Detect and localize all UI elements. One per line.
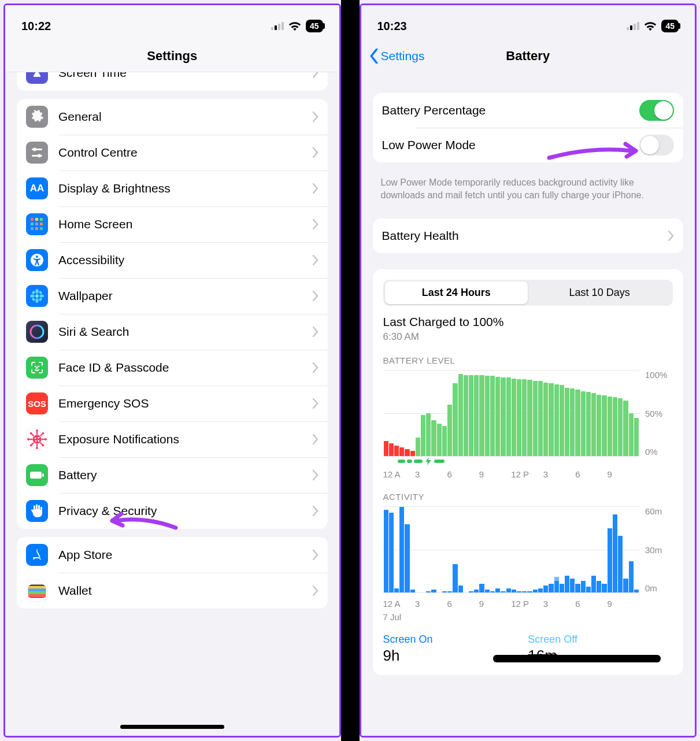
svg-point-22	[31, 297, 35, 301]
row-screen-time[interactable]: Screen Time	[17, 72, 328, 91]
activity-bar	[560, 507, 564, 592]
chevron-right-icon	[313, 72, 318, 78]
row-display-brightness[interactable]: AADisplay & Brightness	[17, 171, 328, 206]
row-label: Wallpaper	[58, 289, 313, 303]
sliders-icon	[26, 142, 48, 164]
battery-level-bar	[608, 397, 612, 457]
chevron-right-icon	[668, 231, 674, 241]
battery-level-bar	[613, 397, 617, 456]
tab-last-24-hours[interactable]: Last 24 Hours	[385, 281, 528, 304]
svg-point-21	[38, 290, 42, 294]
text-size-icon: AA	[26, 177, 48, 199]
activity-bar	[570, 507, 575, 592]
back-button[interactable]: Settings	[369, 49, 425, 64]
activity-bar	[618, 507, 623, 592]
battery-level-bar	[506, 377, 511, 456]
activity-bar	[416, 507, 420, 592]
row-label: Screen Time	[58, 72, 313, 80]
row-battery[interactable]: Battery	[17, 457, 328, 493]
screenshot-divider	[341, 0, 360, 741]
row-accessibility[interactable]: Accessibility	[17, 242, 328, 278]
activity-bar	[581, 507, 586, 592]
xtick: 12 A	[383, 469, 415, 479]
battery-percentage-toggle[interactable]	[639, 100, 674, 121]
xtick: 3	[543, 599, 575, 609]
activity-yaxis: 60m 30m 0m	[639, 506, 673, 593]
activity-section-label: ACTIVITY	[383, 492, 673, 502]
row-app-store[interactable]: App Store	[17, 537, 328, 573]
activity-bar	[554, 507, 559, 592]
battery-health-row[interactable]: Battery Health	[373, 218, 684, 253]
row-home-screen[interactable]: Home Screen	[17, 206, 328, 242]
battery-level-bar	[416, 438, 420, 457]
screen-time-stats: Screen On 9h Screen Off 16m	[383, 633, 673, 665]
xtick: 6	[447, 599, 479, 609]
row-face-id-passcode[interactable]: Face ID & Passcode	[17, 350, 328, 386]
svg-point-24	[31, 325, 43, 338]
activity-bar	[543, 507, 548, 592]
row-label: Control Centre	[58, 146, 313, 160]
tab-last-10-days[interactable]: Last 10 Days	[528, 281, 671, 304]
row-label: Emergency SOS	[58, 397, 313, 410]
row-general[interactable]: General	[17, 99, 328, 135]
row-control-centre[interactable]: Control Centre	[17, 135, 328, 171]
battery-level-bar	[410, 451, 415, 456]
battery-level-bar	[384, 441, 388, 457]
xtick: 6	[447, 469, 479, 479]
activity-bar	[538, 507, 543, 592]
row-label: Accessibility	[58, 253, 313, 267]
svg-point-38	[27, 438, 29, 440]
time-range-segmented: Last 24 Hours Last 10 Days	[383, 280, 673, 306]
row-label: Display & Brightness	[58, 181, 313, 195]
chevron-right-icon	[313, 147, 318, 158]
battery-level-bar	[527, 380, 532, 456]
xtick: 12 P	[511, 469, 543, 479]
xtick: 6	[575, 469, 607, 479]
row-exposure-notifications[interactable]: Exposure Notifications	[17, 421, 328, 457]
battery-level-bar	[405, 449, 409, 456]
battery-level-bar	[485, 376, 490, 456]
battery-level-chart: 100% 50% 0%	[383, 370, 673, 457]
battery-level-bar	[554, 384, 559, 456]
row-wallet[interactable]: Wallet	[17, 573, 328, 609]
battery-health-group: Battery Health	[373, 218, 684, 253]
low-power-mode-toggle[interactable]	[639, 135, 674, 155]
hand-icon	[26, 500, 48, 522]
row-privacy-security[interactable]: Privacy & Security	[17, 493, 328, 529]
settings-group-store: App StoreWallet	[17, 537, 328, 609]
svg-point-16	[36, 289, 39, 294]
battery-level-bar	[591, 393, 596, 457]
battery-level-bar	[442, 426, 447, 456]
svg-rect-7	[31, 223, 34, 225]
battery-level-bar	[512, 379, 516, 457]
activity-bar	[442, 507, 447, 592]
status-time: 10:22	[21, 20, 51, 33]
svg-rect-49	[42, 473, 44, 477]
battery-level-bar	[447, 405, 452, 456]
activity-bar	[469, 507, 473, 592]
battery-level-bar	[575, 390, 580, 456]
virus-icon	[26, 428, 48, 450]
activity-bar	[389, 507, 394, 592]
chevron-right-icon	[313, 506, 318, 516]
battery-level-bar	[581, 391, 586, 456]
battery-level-bar	[602, 395, 606, 456]
activity-bar	[464, 507, 468, 592]
accessibility-icon	[26, 249, 48, 271]
home-indicator[interactable]	[120, 725, 224, 729]
battery-level-bar	[464, 375, 468, 457]
row-siri-search[interactable]: Siri & Search	[17, 314, 328, 350]
battery-level-bar	[517, 379, 521, 456]
row-emergency-sos[interactable]: SOSEmergency SOS	[17, 386, 328, 421]
charging-timeline	[383, 459, 673, 464]
battery-level-section-label: BATTERY LEVEL	[383, 355, 673, 365]
battery-level-bar	[458, 374, 463, 456]
battery-content[interactable]: Battery PercentageLow Power Mode Low Pow…	[361, 72, 695, 736]
svg-rect-54	[28, 594, 46, 598]
activity-bar	[437, 507, 442, 592]
activity-bar	[410, 507, 415, 592]
settings-list[interactable]: Screen Time GeneralControl CentreAADispl…	[5, 72, 339, 736]
flower-icon	[26, 285, 48, 307]
activity-bar	[495, 507, 500, 592]
row-wallpaper[interactable]: Wallpaper	[17, 278, 328, 314]
